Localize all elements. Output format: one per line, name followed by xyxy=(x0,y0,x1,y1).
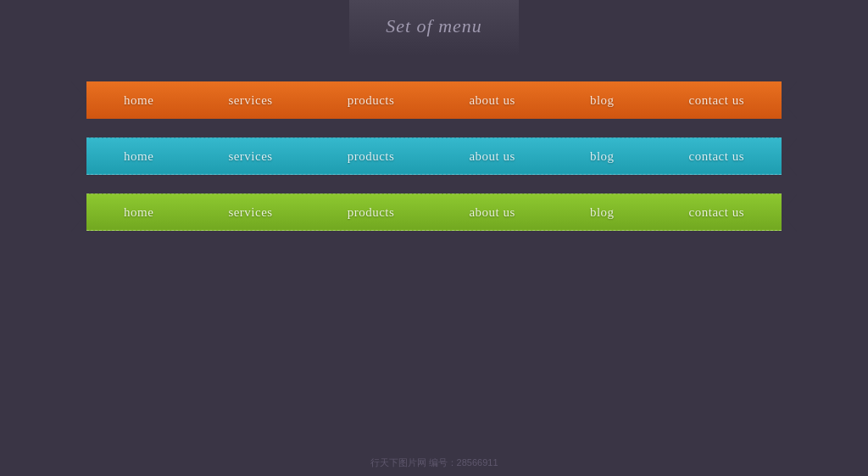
menu-green-item-products[interactable]: products xyxy=(341,202,402,223)
title-box: Set of menu xyxy=(349,0,519,56)
menu-teal-item-contact-us[interactable]: contact us xyxy=(682,146,751,167)
menu-teal-item-about-us[interactable]: about us xyxy=(462,146,521,167)
menu-green-item-home[interactable]: home xyxy=(117,202,160,223)
menu-orange-item-services[interactable]: services xyxy=(221,90,279,111)
menu-orange-item-products[interactable]: products xyxy=(341,90,402,111)
menu-teal-item-blog[interactable]: blog xyxy=(583,146,621,167)
menu-orange-item-contact-us[interactable]: contact us xyxy=(682,90,751,111)
menus-container: homeservicesproductsabout usblogcontact … xyxy=(0,81,868,231)
menu-orange-item-blog[interactable]: blog xyxy=(583,90,621,111)
menu-orange-item-home[interactable]: home xyxy=(117,90,160,111)
watermark: 行天下图片网 编号：28566911 xyxy=(370,456,498,469)
ribbon-green: homeservicesproductsabout usblogcontact … xyxy=(86,193,782,231)
ribbon-inner-orange: homeservicesproductsabout usblogcontact … xyxy=(86,81,782,119)
ribbon-inner-green: homeservicesproductsabout usblogcontact … xyxy=(86,194,782,230)
ribbon-orange: homeservicesproductsabout usblogcontact … xyxy=(86,81,782,119)
menu-green-item-services[interactable]: services xyxy=(221,202,279,223)
menu-green-item-contact-us[interactable]: contact us xyxy=(682,202,751,223)
menu-teal-item-home[interactable]: home xyxy=(117,146,160,167)
ribbon-teal: homeservicesproductsabout usblogcontact … xyxy=(86,137,782,175)
ribbon-inner-teal: homeservicesproductsabout usblogcontact … xyxy=(86,138,782,174)
menu-teal-item-products[interactable]: products xyxy=(341,146,402,167)
page-title: Set of menu xyxy=(386,15,482,36)
menu-green-item-about-us[interactable]: about us xyxy=(462,202,521,223)
menu-green-item-blog[interactable]: blog xyxy=(583,202,621,223)
menu-teal-item-services[interactable]: services xyxy=(221,146,279,167)
menu-orange-item-about-us[interactable]: about us xyxy=(462,90,521,111)
